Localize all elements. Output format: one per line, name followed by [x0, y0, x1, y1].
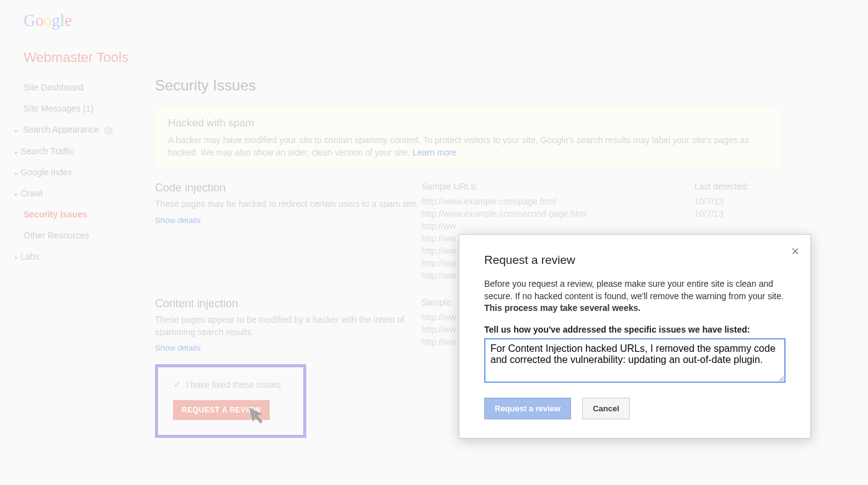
- modal-text-plain: Before you request a review, please make…: [484, 279, 784, 301]
- modal-label: Tell us how you've addressed the specifi…: [484, 325, 786, 334]
- modal-title: Request a review: [484, 253, 786, 267]
- svg-text:Google: Google: [24, 11, 72, 30]
- date-item: 10/7/13: [694, 208, 781, 220]
- sidebar-item-dashboard[interactable]: Site Dashboard: [12, 77, 155, 98]
- learn-more-link[interactable]: Learn more: [412, 147, 457, 157]
- url-item: http://www.example.com/second-page.html: [422, 208, 694, 220]
- date-item: 10/7/13: [694, 195, 781, 208]
- warning-title: Hacked with spam: [168, 117, 768, 129]
- section-title: Code injection: [155, 181, 422, 194]
- modal-text-bold: This process may take several weeks.: [484, 303, 640, 313]
- show-details-link[interactable]: Show details: [155, 216, 422, 225]
- warning-box: Hacked with spam A hacker may have modif…: [155, 107, 781, 169]
- section-desc: These pages may be hacked to redirect ce…: [155, 198, 422, 211]
- url-item: http://www.example.com/page.html: [422, 195, 694, 208]
- sidebar-item-google-index[interactable]: Google Index: [12, 162, 155, 183]
- review-textarea[interactable]: [484, 338, 786, 383]
- sidebar-item-search-appearance[interactable]: Search Appearance i: [12, 119, 155, 141]
- modal-cancel-button[interactable]: Cancel: [582, 398, 630, 419]
- show-details-link[interactable]: Show details: [155, 343, 422, 352]
- warning-body: A hacker may have modified your site to …: [168, 135, 749, 157]
- request-review-button[interactable]: REQUEST A REVIEW: [173, 400, 270, 420]
- fixed-checkbox-row[interactable]: ✓ I have fixed these issues: [173, 378, 288, 390]
- header: Google: [0, 0, 868, 37]
- sample-urls-header: Sample URLs:: [422, 181, 694, 191]
- review-highlight-box: ✓ I have fixed these issues REQUEST A RE…: [155, 364, 306, 438]
- close-icon[interactable]: ×: [791, 243, 799, 260]
- warning-text: A hacker may have modified your site to …: [168, 134, 768, 159]
- checkbox-label: I have fixed these issues: [186, 380, 281, 390]
- modal-text: Before you request a review, please make…: [484, 278, 786, 315]
- google-logo: Google: [24, 9, 98, 35]
- modal-submit-button[interactable]: Request a review: [484, 398, 571, 419]
- sidebar-item-crawl[interactable]: Crawl: [12, 183, 155, 204]
- last-detected-header: Last detected:: [694, 181, 781, 191]
- section-desc: These pages appear to be modified by a h…: [155, 314, 422, 338]
- sidebar: Site Dashboard Site Messages (1) Search …: [0, 77, 155, 438]
- check-icon: ✓: [173, 378, 181, 390]
- sidebar-item-labs[interactable]: Labs: [12, 246, 155, 267]
- sidebar-item-other-resources[interactable]: Other Resources: [12, 225, 155, 246]
- info-icon: i: [104, 126, 113, 135]
- section-title: Content injection: [155, 297, 422, 310]
- url-item: http://ww: [422, 220, 694, 232]
- sidebar-item-security-issues[interactable]: Security Issues: [12, 204, 155, 225]
- sidebar-item-search-traffic[interactable]: Search Traffic: [12, 141, 155, 162]
- page-title: Security Issues: [155, 77, 781, 94]
- request-review-modal: × Request a review Before you request a …: [459, 234, 811, 439]
- sidebar-item-messages[interactable]: Site Messages (1): [12, 98, 155, 119]
- sidebar-item-label: Search Appearance: [23, 125, 99, 134]
- product-title: Webmaster Tools: [0, 37, 868, 77]
